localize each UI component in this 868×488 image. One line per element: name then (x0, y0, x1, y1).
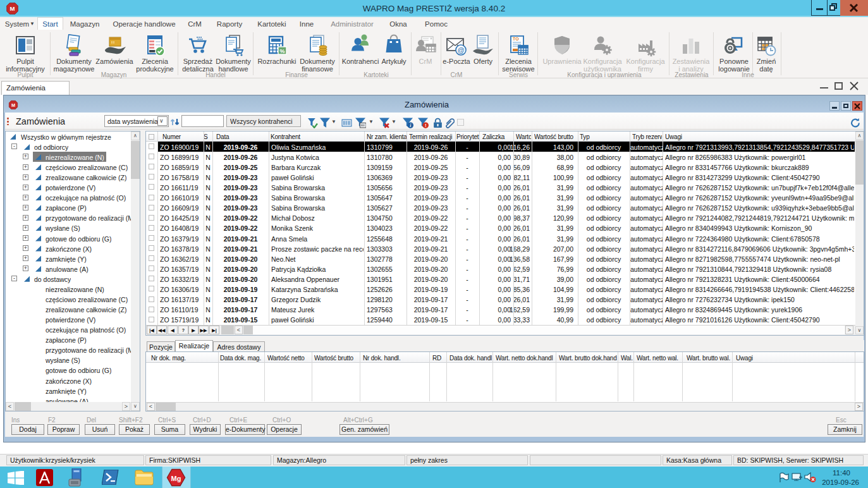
svg-text:M: M (11, 102, 15, 108)
svg-text:TO: TO (513, 37, 519, 41)
svg-text:!: ! (425, 123, 427, 128)
svg-text:Mg: Mg (171, 475, 181, 482)
svg-text:%: % (279, 48, 284, 54)
svg-text:@: @ (458, 46, 465, 54)
